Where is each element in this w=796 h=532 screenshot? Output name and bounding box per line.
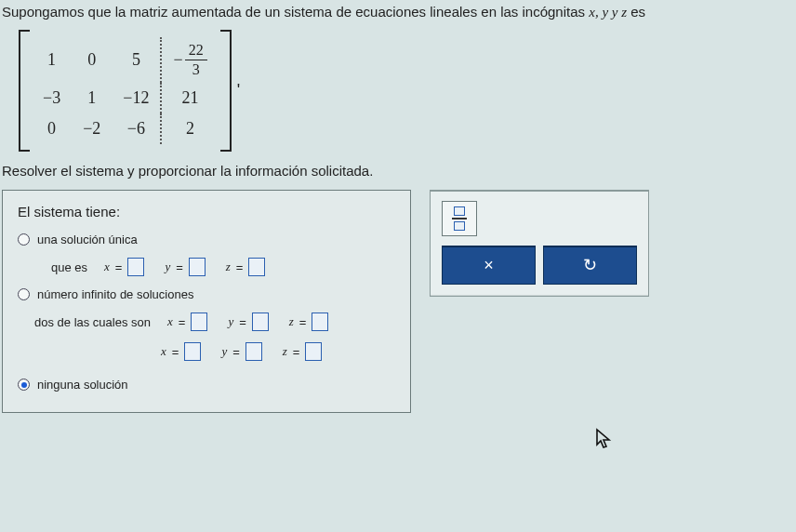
minus-sign: − (173, 50, 182, 70)
option-unique-label: una solución única (37, 233, 138, 246)
option-none-label: ninguna solución (37, 378, 128, 392)
fraction: 22 3 (185, 43, 207, 77)
table-row: 0 −2 −6 2 (32, 113, 219, 144)
matrix-table: 1 0 5 − 22 3 −3 1 −12 21 (32, 37, 219, 144)
eq-y: y = (165, 258, 205, 276)
after-vars: es (627, 4, 645, 20)
input-x2[interactable] (184, 342, 201, 361)
clear-button[interactable]: × (442, 246, 536, 285)
var-z: z (226, 259, 231, 274)
reset-button[interactable]: ↻ (543, 246, 637, 285)
infinite-values-row2: x= y= z= (161, 342, 395, 361)
input-y2[interactable] (245, 342, 262, 361)
input-x[interactable] (127, 258, 144, 276)
var-y: y (165, 259, 170, 274)
eq-z2: z= (283, 342, 323, 361)
neg-fraction: − 22 3 (173, 43, 206, 77)
infinite-values-row1: dos de las cuales son x= y= z= (34, 313, 395, 331)
toolbox-top-row (442, 201, 637, 236)
cell: −2 (72, 113, 112, 144)
input-y[interactable] (189, 258, 206, 276)
eq-x: x = (104, 258, 144, 276)
toolbox-bottom-row: × ↻ (442, 246, 637, 285)
cell-constant: 2 (161, 113, 218, 144)
eq-z: z = (226, 258, 266, 276)
radio-infinite[interactable] (18, 288, 30, 300)
x-icon: × (484, 256, 494, 275)
cell: −3 (32, 83, 72, 113)
cursor-icon (595, 428, 614, 454)
cell: 1 (32, 37, 72, 83)
intro-text: Supongamos que la matriz aumentada de un… (2, 4, 589, 20)
cell: −6 (112, 113, 161, 144)
eq-x2: x= (161, 342, 201, 361)
cell-constant: 21 (161, 83, 218, 113)
dos-de-label: dos de las cuales son (34, 315, 151, 329)
input-z[interactable] (248, 258, 265, 276)
panel-title: El sistema tiene: (18, 204, 395, 219)
cell-constant: − 22 3 (161, 37, 218, 83)
option-infinite-label: número infinito de soluciones (37, 287, 193, 301)
augmented-matrix: 1 0 5 − 22 3 −3 1 −12 21 (19, 30, 794, 152)
que-es-label: que es (51, 260, 87, 274)
table-row: 1 0 5 − 22 3 (32, 37, 219, 83)
vars-text: x, y y z (589, 5, 627, 20)
input-y1[interactable] (252, 313, 269, 331)
reset-icon: ↻ (583, 255, 597, 275)
radio-unique[interactable] (18, 233, 30, 246)
eq-x1: x= (167, 313, 207, 331)
eq-y1: y= (228, 313, 268, 331)
table-row: −3 1 −12 21 (32, 83, 219, 113)
answer-panel: El sistema tiene: una solución única que… (2, 190, 411, 413)
unique-values-row: que es x = y = z = (51, 258, 395, 276)
cell: 1 (72, 83, 112, 113)
toolbox-panel: × ↻ (430, 190, 649, 297)
option-unique-row[interactable]: una solución única (18, 233, 395, 246)
apostrophe: ' (237, 81, 240, 100)
cell: 0 (72, 37, 112, 83)
input-z1[interactable] (312, 313, 328, 331)
equals: = (115, 260, 123, 274)
denominator: 3 (192, 60, 200, 77)
numerator: 22 (185, 43, 207, 60)
cell: 0 (32, 113, 72, 144)
var-x: x (104, 259, 110, 274)
eq-y2: y= (221, 342, 261, 361)
equals: = (176, 260, 183, 274)
option-infinite-row[interactable]: número infinito de soluciones (18, 287, 395, 301)
equals: = (236, 260, 244, 274)
cell: −12 (112, 83, 161, 113)
solve-instruction: Resolver el sistema y proporcionar la in… (2, 163, 794, 179)
option-none-row[interactable]: ninguna solución (18, 378, 395, 392)
fraction-icon (452, 206, 467, 231)
input-z2[interactable] (305, 342, 322, 361)
matrix-brackets: 1 0 5 − 22 3 −3 1 −12 21 (19, 30, 232, 152)
eq-z1: z= (289, 313, 329, 331)
input-x1[interactable] (191, 313, 207, 331)
radio-none[interactable] (18, 379, 30, 391)
question-intro: Supongamos que la matriz aumentada de un… (2, 4, 794, 20)
fraction-button[interactable] (442, 201, 477, 236)
cell: 5 (112, 37, 161, 83)
